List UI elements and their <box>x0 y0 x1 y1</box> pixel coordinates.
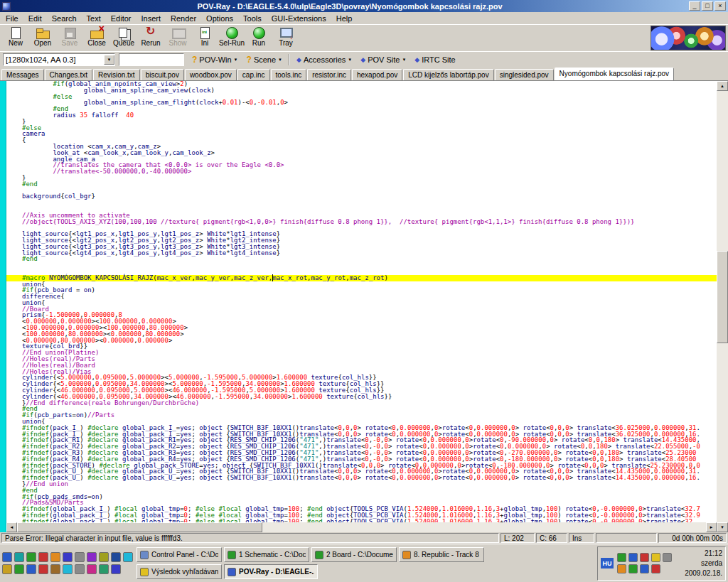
quicklaunch-icon[interactable] <box>14 564 24 574</box>
menu-item-tools[interactable]: Tools <box>238 14 267 23</box>
menu-item-render[interactable]: Render <box>166 14 201 23</box>
tab-cap-inc[interactable]: cap.inc <box>237 69 270 80</box>
scroll-down-arrow-icon[interactable]: ▼ <box>717 522 728 532</box>
quicklaunch-icon[interactable] <box>63 564 73 574</box>
toolbar-button-tray[interactable]: Tray <box>272 26 299 50</box>
vertical-scroll-thumb[interactable] <box>717 251 728 343</box>
minimize-button[interactable]: _ <box>689 1 700 11</box>
toolbar-button-close[interactable]: Close <box>83 26 110 50</box>
quicklaunch-icon[interactable] <box>50 552 60 562</box>
menu-item-insert[interactable]: Insert <box>136 14 166 23</box>
menu-item-edit[interactable]: Edit <box>23 14 47 23</box>
tab-hexapod-pov[interactable]: hexapod.pov <box>352 69 402 80</box>
quicklaunch-icon[interactable] <box>99 564 109 574</box>
chevron-down-icon: ▼ <box>278 58 282 62</box>
quicklaunch-icon[interactable] <box>26 552 36 562</box>
taskbar-button-label: Control Panel - C:\Docu... <box>151 551 218 559</box>
toolbar-button-sel-run[interactable]: Sel-Run <box>218 26 245 50</box>
toolbar-button-run[interactable]: Run <box>245 26 272 50</box>
vertical-scroll-track[interactable] <box>717 91 728 251</box>
horizontal-scroll-thumb[interactable] <box>17 522 262 532</box>
tab-revision-txt[interactable]: Revision.txt <box>93 69 140 80</box>
toolbar-button-open[interactable]: Open <box>29 26 56 50</box>
maximize-button[interactable]: □ <box>702 1 713 11</box>
scroll-right-arrow-icon[interactable]: ► <box>706 522 717 532</box>
menu-item-options[interactable]: Options <box>201 14 238 23</box>
quicklaunch-icon[interactable] <box>2 552 12 562</box>
resolution-combo[interactable]: [1280x1024, AA 0.3] ▼ <box>3 53 115 66</box>
tray-icon[interactable] <box>617 553 626 562</box>
tab-woodbox-pov[interactable]: woodbox.pov <box>185 69 237 80</box>
tray-icon[interactable] <box>640 564 649 573</box>
quicklaunch-icon[interactable] <box>38 552 48 562</box>
taskbar-button[interactable]: 8. Republic - Track 8 -... <box>399 547 484 562</box>
quicklaunch-icon[interactable] <box>111 564 121 574</box>
editor-selection-margin[interactable] <box>0 81 6 532</box>
taskbar-button[interactable]: POV-Ray - D:\EAGLE-... <box>224 564 318 579</box>
scroll-up-arrow-icon[interactable]: ▲ <box>717 81 728 91</box>
taskbar-button[interactable]: 1 Schematic - C:\Docu... <box>224 547 309 562</box>
code-area[interactable]: #if(global_anim_npoints_cam_view>2) glob… <box>6 81 717 522</box>
toolbar-button-new[interactable]: New <box>2 26 29 50</box>
menu-item-search[interactable]: Search <box>47 14 82 23</box>
menu-item-file[interactable]: File <box>1 14 23 23</box>
quicklaunch-icon[interactable] <box>63 552 73 562</box>
command-input[interactable] <box>119 53 184 66</box>
menu-item-text[interactable]: Text <box>82 14 106 23</box>
tab-singlesided-pov[interactable]: singlesided.pov <box>495 69 554 80</box>
quicklaunch-icon[interactable] <box>50 564 60 574</box>
status-render-timer: 0d 00h 00m 00s <box>658 533 727 543</box>
quicklaunch-icon[interactable] <box>38 564 48 574</box>
quicklaunch-icon[interactable] <box>26 564 36 574</box>
horizontal-scrollbar[interactable]: ◄ ► <box>6 522 717 532</box>
launch-item-accessories[interactable]: ◆Accessories▼ <box>292 55 356 65</box>
tray-icon[interactable] <box>617 564 626 573</box>
horizontal-scroll-track[interactable] <box>262 522 706 532</box>
vertical-scroll-track-lower[interactable] <box>717 343 728 522</box>
chevron-down-icon[interactable]: ▼ <box>104 55 114 65</box>
tab-lcd-kijelz-s-labort-p-pov[interactable]: LCD kijelzős labortáp.pov <box>403 69 493 80</box>
vertical-scrollbar[interactable]: ▲ ▼ <box>717 81 728 532</box>
taskbar-button[interactable]: 2 Board - C:\Document... <box>311 547 397 562</box>
quicklaunch-icon[interactable] <box>2 564 12 574</box>
tab-changes-txt[interactable]: Changes.txt <box>45 69 92 80</box>
tray-icon[interactable] <box>651 564 660 573</box>
tray-icon[interactable] <box>640 553 649 562</box>
quicklaunch-icon[interactable] <box>99 552 109 562</box>
toolbar-button-rerun[interactable]: Rerun <box>137 26 164 50</box>
toolbar-button-ini[interactable]: Ini <box>191 26 218 50</box>
language-indicator[interactable]: HU <box>601 558 614 568</box>
launch-item-scene[interactable]: ?Scene▼ <box>242 54 287 65</box>
quicklaunch-icon[interactable] <box>87 564 97 574</box>
tray-icon[interactable] <box>651 553 660 562</box>
quicklaunch-icon[interactable] <box>87 552 97 562</box>
taskbar-button[interactable]: Control Panel - C:\Docu... <box>136 547 222 562</box>
quicklaunch-icon[interactable] <box>75 552 85 562</box>
tray-clock-area[interactable]: 21:12 szerda 2009.02.18. <box>675 549 722 578</box>
menu-item-editor[interactable]: Editor <box>106 14 136 23</box>
code-line: //translate<-50.000000,0,-40.000000> <box>6 168 717 175</box>
tray-icon[interactable] <box>628 553 638 562</box>
tab-nyom-gombok-kapcsol-si-rajz-pov[interactable]: Nyomógombok kapcsolási rajz.pov <box>555 68 675 80</box>
tray-icon[interactable] <box>663 553 672 562</box>
tab-biscuit-pov[interactable]: biscuit.pov <box>141 69 184 80</box>
quicklaunch-icon[interactable] <box>123 552 133 562</box>
tab-messages[interactable]: Messages <box>1 69 44 80</box>
taskbar-button[interactable]: Výsledok vyhľadávani... <box>136 564 222 579</box>
tab-resistor-inc[interactable]: resistor.inc <box>307 69 351 80</box>
menu-item-gui-extensions[interactable]: GUI-Extensions <box>267 14 331 23</box>
quick-launch-area <box>2 552 133 574</box>
toolbar-button-queue[interactable]: Queue <box>110 26 137 50</box>
quicklaunch-icon[interactable] <box>14 552 24 562</box>
launch-item-pov-site[interactable]: ◆POV Site▼ <box>356 55 410 65</box>
launch-item-irtc-site[interactable]: ◆IRTC Site <box>410 55 459 65</box>
quicklaunch-icon[interactable] <box>75 564 85 574</box>
tray-icon[interactable] <box>628 564 638 573</box>
quicklaunch-icon[interactable] <box>111 552 121 562</box>
launch-item-pov-win[interactable]: ?POV-Win▼ <box>188 54 242 65</box>
menu-item-help[interactable]: Help <box>331 14 358 23</box>
tab-tools-inc[interactable]: tools.inc <box>271 69 307 80</box>
diamond-icon: ◆ <box>296 56 301 63</box>
scroll-left-arrow-icon[interactable]: ◄ <box>6 522 17 532</box>
close-button[interactable]: × <box>714 1 726 11</box>
